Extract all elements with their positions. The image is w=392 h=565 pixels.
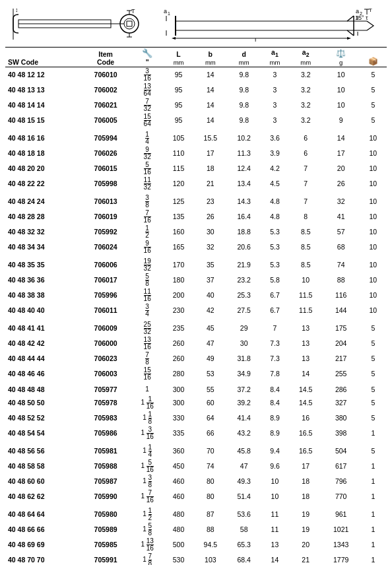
table-row: 40 48 15 15 706005 1564 95 14 9.8 3 3.2 … — [5, 113, 387, 128]
cell-g: 796 — [323, 474, 360, 489]
cell-item: 705992 — [81, 224, 131, 240]
cell-L: 125 — [164, 191, 194, 209]
cell-a2: 11.5 — [289, 303, 323, 318]
cell-d: 18.8 — [227, 224, 261, 240]
cell-L: 160 — [164, 224, 194, 240]
table-row: 40 48 60 60 705987 1 38 460 80 49.3 10 1… — [5, 474, 387, 489]
header-sw: SW Code — [5, 48, 81, 67]
cell-item: 706009 — [81, 318, 131, 336]
cell-a1: 14 — [261, 552, 289, 565]
cell-a1: 5.3 — [261, 224, 289, 240]
cell-d: 23.2 — [227, 273, 261, 288]
cell-a1: 5.8 — [261, 273, 289, 288]
cell-a1: 3.6 — [261, 128, 289, 146]
cell-b: 45 — [193, 318, 227, 336]
cell-fraction: 716 — [131, 209, 164, 224]
header-weight: ⚖️ g — [323, 48, 360, 67]
table-row: 40 48 52 52 705983 1 18 330 64 41.4 8.9 … — [5, 411, 387, 426]
table-row: 40 48 20 20 706015 516 115 18 12.4 4.2 7… — [5, 161, 387, 176]
table-row: 40 48 56 56 705981 1 14 360 70 45.8 9.4 … — [5, 441, 387, 459]
cell-a2: 14.5 — [289, 382, 323, 395]
cell-g: 88 — [323, 273, 360, 288]
table-row: 40 48 38 38 705996 1116 200 40 25.3 6.7 … — [5, 288, 387, 303]
cell-b: 87 — [193, 504, 227, 522]
table-row: 40 48 58 58 705988 1 516 450 74 47 9.6 1… — [5, 459, 387, 474]
cell-g: 10 — [323, 67, 360, 83]
cell-a1: 3 — [261, 67, 289, 83]
cell-item: 706005 — [81, 113, 131, 128]
cell-sw: 40 48 44 44 — [5, 351, 81, 366]
cell-pkg: 5 — [360, 441, 387, 459]
cell-b: 66 — [193, 426, 227, 441]
cell-g: 380 — [323, 411, 360, 426]
cell-b: 80 — [193, 489, 227, 504]
cell-item: 706003 — [81, 366, 131, 382]
cell-d: 10.2 — [227, 128, 261, 146]
cell-sw: 40 48 38 38 — [5, 288, 81, 303]
cell-d: 65.3 — [227, 537, 261, 552]
cell-g: 26 — [323, 176, 360, 191]
cell-item: 706011 — [81, 303, 131, 318]
table-row: 40 48 12 12 706010 316 95 14 9.8 3 3.2 1… — [5, 67, 387, 83]
cell-L: 95 — [164, 98, 194, 113]
cell-L: 180 — [164, 273, 194, 288]
cell-L: 105 — [164, 128, 194, 146]
cell-a2: 8.5 — [289, 224, 323, 240]
svg-text:1: 1 — [168, 11, 170, 16]
cell-fraction: 1 1316 — [131, 537, 164, 552]
cell-sw: 40 48 20 20 — [5, 161, 81, 176]
cell-sw: 40 48 52 52 — [5, 411, 81, 426]
svg-marker-25 — [172, 37, 176, 40]
cell-item: 706019 — [81, 209, 131, 224]
cell-a2: 21 — [289, 552, 323, 565]
cell-item: 705994 — [81, 128, 131, 146]
cell-d: 20.6 — [227, 240, 261, 255]
cell-item: 706010 — [81, 67, 131, 83]
cell-sw: 40 48 22 22 — [5, 176, 81, 191]
cell-g: 175 — [323, 318, 360, 336]
cell-fraction: 1316 — [131, 336, 164, 351]
cell-sw: 40 48 12 12 — [5, 67, 81, 83]
cell-a2: 17 — [289, 459, 323, 474]
cell-a2: 14.5 — [289, 395, 323, 411]
cell-a1: 7.8 — [261, 366, 289, 382]
cell-fraction: 932 — [131, 146, 164, 161]
cell-d: 30 — [227, 336, 261, 351]
cell-fraction: 1932 — [131, 255, 164, 273]
cell-b: 49 — [193, 351, 227, 366]
cell-sw: 40 48 18 18 — [5, 146, 81, 161]
cell-L: 135 — [164, 209, 194, 224]
cell-a1: 3 — [261, 83, 289, 98]
table-row: 40 48 70 70 705991 1 78 530 103 68.4 14 … — [5, 552, 387, 565]
header-L: Lmm — [164, 48, 194, 67]
cell-fraction: 1 38 — [131, 474, 164, 489]
cell-fraction: 316 — [131, 67, 164, 83]
cell-a2: 11.5 — [289, 288, 323, 303]
cell-item: 706017 — [81, 273, 131, 288]
cell-item: 706023 — [81, 351, 131, 366]
cell-a2: 18 — [289, 474, 323, 489]
cell-L: 200 — [164, 288, 194, 303]
cell-g: 398 — [323, 426, 360, 441]
cell-g: 504 — [323, 441, 360, 459]
cell-d: 14.3 — [227, 191, 261, 209]
cell-b: 70 — [193, 441, 227, 459]
cell-g: 144 — [323, 303, 360, 318]
table-row: 40 48 42 42 706000 1316 260 47 30 7.3 13… — [5, 336, 387, 351]
table-row: 40 48 48 48 705977 1 300 55 37.2 8.4 14.… — [5, 382, 387, 395]
cell-b: 40 — [193, 288, 227, 303]
cell-fraction: 732 — [131, 98, 164, 113]
cell-fraction: 78 — [131, 351, 164, 366]
cell-a2: 7 — [289, 161, 323, 176]
cell-b: 14 — [193, 83, 227, 98]
cell-item: 706026 — [81, 146, 131, 161]
cell-a1: 13 — [261, 537, 289, 552]
cell-L: 260 — [164, 351, 194, 366]
header-a1: a1mm — [261, 48, 289, 67]
cell-L: 360 — [164, 441, 194, 459]
cell-L: 110 — [164, 146, 194, 161]
cell-L: 335 — [164, 426, 194, 441]
table-row: 40 48 40 40 706011 34 230 42 27.5 6.7 11… — [5, 303, 387, 318]
cell-L: 300 — [164, 395, 194, 411]
table-row: 40 48 35 35 706006 1932 170 35 21.9 5.3 … — [5, 255, 387, 273]
